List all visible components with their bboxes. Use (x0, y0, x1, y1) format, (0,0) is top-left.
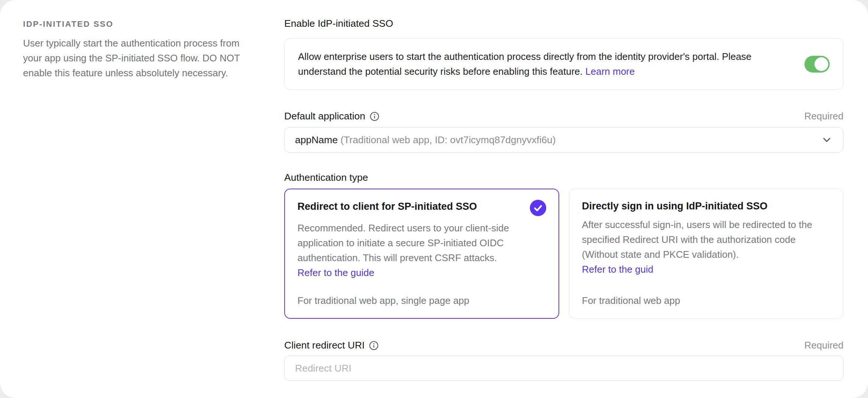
enable-idp-sso-card: Allow enterprise users to start the auth… (284, 38, 843, 90)
client-redirect-uri-row: Client redirect URI Required (284, 340, 843, 351)
option-description: Recommended. Redirect users to your clie… (298, 221, 546, 280)
info-icon[interactable] (370, 112, 379, 121)
client-redirect-uri-label: Client redirect URI (284, 340, 379, 351)
toggle-knob (814, 57, 828, 71)
default-application-select[interactable]: appName (Traditional web app, ID: ovt7ic… (284, 127, 843, 153)
option-description: After successful sign-in, users will be … (582, 217, 830, 277)
authentication-type-label: Authentication type (284, 172, 843, 183)
section-heading: IDP-INITIATED SSO (23, 19, 249, 29)
check-icon (530, 200, 546, 216)
option-redirect-to-client[interactable]: Redirect to client for SP-initiated SSO … (284, 189, 559, 319)
info-icon[interactable] (369, 341, 379, 350)
refer-guide-link[interactable]: Refer to the guid (582, 262, 653, 277)
option-footer: For traditional web app (582, 280, 830, 306)
option-directly-sign-in[interactable]: Directly sign in using IdP-initiated SSO… (569, 189, 843, 319)
required-badge: Required (804, 110, 843, 122)
option-title: Directly sign in using IdP-initiated SSO (582, 199, 768, 213)
section-description-column: IDP-INITIATED SSO User typically start t… (23, 18, 249, 398)
settings-form: Enable IdP-initiated SSO Allow enterpris… (284, 18, 843, 398)
option-footer: For traditional web app, single page app (298, 280, 546, 306)
chevron-down-icon (821, 134, 833, 146)
learn-more-link[interactable]: Learn more (585, 66, 635, 77)
required-badge: Required (804, 340, 843, 351)
section-description: User typically start the authentication … (23, 36, 249, 80)
default-application-row: Default application Required (284, 110, 843, 122)
idp-initiated-sso-settings-page: IDP-INITIATED SSO User typically start t… (0, 0, 868, 398)
client-redirect-uri-input[interactable] (284, 356, 843, 381)
refer-guide-link[interactable]: Refer to the guide (298, 265, 375, 280)
default-application-label: Default application (284, 110, 379, 122)
selected-application-value: appName (Traditional web app, ID: ovt7ic… (295, 134, 556, 146)
enable-idp-sso-label: Enable IdP-initiated SSO (284, 18, 843, 29)
authentication-type-options: Redirect to client for SP-initiated SSO … (284, 189, 843, 319)
enable-idp-sso-description: Allow enterprise users to start the auth… (298, 49, 790, 79)
option-title: Redirect to client for SP-initiated SSO (298, 200, 477, 213)
enable-idp-sso-toggle[interactable] (804, 56, 830, 73)
